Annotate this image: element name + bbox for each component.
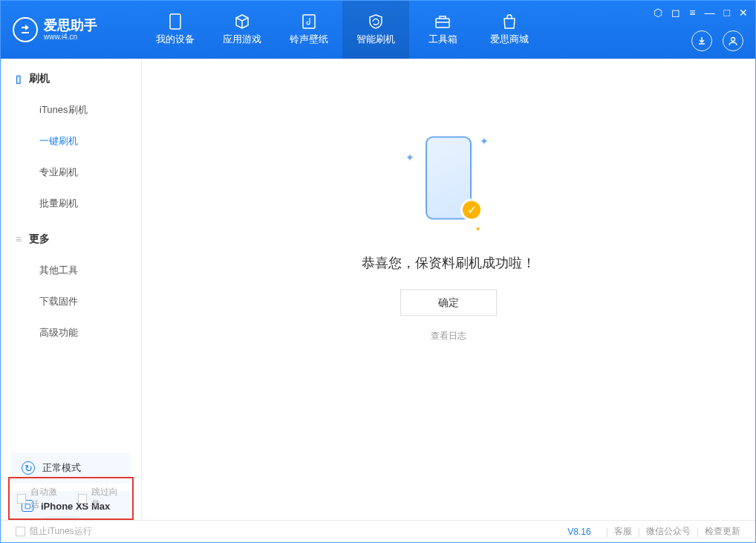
nav-store[interactable]: 爱思商城 — [476, 1, 543, 59]
header-right-actions — [691, 30, 743, 51]
check-update-link[interactable]: 检查更新 — [705, 525, 740, 538]
svg-rect-1 — [303, 15, 315, 28]
sidebar: ▯ 刷机 iTunes刷机 一键刷机 专业刷机 批量刷机 ≡ 更多 其他工具 下… — [1, 59, 142, 520]
nav-smart-flash[interactable]: 智能刷机 — [342, 1, 409, 59]
content-area: ▯ 刷机 iTunes刷机 一键刷机 专业刷机 批量刷机 ≡ 更多 其他工具 下… — [1, 59, 755, 520]
section-title: 更多 — [29, 233, 50, 246]
toolbox-icon — [434, 13, 452, 30]
checkmark-icon: ✓ — [460, 198, 483, 221]
view-log-link[interactable]: 查看日志 — [362, 329, 535, 342]
app-subtitle: www.i4.cn — [44, 33, 97, 41]
titlebar-controls: ⬡ ◻ ≡ — □ ✕ — [654, 7, 748, 19]
main-panel: ✦ ✦ • ✓ 恭喜您，保资料刷机成功啦！ 确定 查看日志 — [142, 59, 755, 520]
main-nav: 我的设备 应用游戏 铃声壁纸 智能刷机 工具箱 爱思商城 — [142, 1, 543, 59]
sidebar-section-flash: ▯ 刷机 — [1, 59, 141, 94]
phone-icon: ▯ — [16, 73, 22, 85]
sparkle-icon: ✦ — [480, 134, 489, 146]
version-label: V8.16 — [567, 527, 590, 537]
mode-label: 正常模式 — [42, 461, 81, 475]
highlighted-options: 自动激活 跳过向导 — [8, 477, 134, 520]
checkbox-auto-activate[interactable]: 自动激活 — [17, 486, 65, 511]
checkbox-skip-guide[interactable]: 跳过向导 — [78, 486, 126, 511]
svg-rect-2 — [436, 19, 449, 27]
maximize-icon[interactable]: □ — [724, 7, 730, 19]
nav-toolbox[interactable]: 工具箱 — [409, 1, 476, 59]
checkbox-icon — [16, 527, 25, 536]
nav-label: 爱思商城 — [490, 33, 529, 46]
svg-rect-0 — [170, 14, 180, 29]
close-icon[interactable]: ✕ — [739, 7, 748, 19]
ok-button[interactable]: 确定 — [400, 289, 497, 316]
sidebar-item-itunes-flash[interactable]: iTunes刷机 — [1, 94, 141, 126]
sidebar-item-other-tools[interactable]: 其他工具 — [1, 255, 141, 286]
nav-apps-games[interactable]: 应用游戏 — [209, 1, 276, 59]
checkbox-label: 跳过向导 — [91, 486, 125, 511]
app-header: 爱思助手 www.i4.cn 我的设备 应用游戏 铃声壁纸 智能刷机 工具箱 爱… — [1, 1, 755, 59]
shopping-bag-icon — [501, 13, 518, 30]
sidebar-item-advanced[interactable]: 高级功能 — [1, 317, 141, 348]
checkbox-icon — [78, 494, 87, 504]
app-title: 爱思助手 — [44, 19, 97, 33]
success-message: 恭喜您，保资料刷机成功啦！ — [362, 253, 535, 271]
customer-service-link[interactable]: 客服 — [614, 525, 632, 538]
success-panel: ✦ ✦ • ✓ 恭喜您，保资料刷机成功啦！ 确定 查看日志 — [362, 126, 535, 342]
logo-area: 爱思助手 www.i4.cn — [1, 17, 142, 42]
checkbox-label: 自动激活 — [30, 486, 64, 511]
sparkle-icon: ✦ — [405, 151, 414, 163]
sidebar-section-more: ≡ 更多 — [1, 219, 141, 255]
user-button[interactable] — [723, 30, 743, 51]
menu-icon[interactable]: ≡ — [689, 7, 695, 19]
section-title: 刷机 — [29, 72, 50, 85]
cube-icon — [233, 13, 251, 30]
nav-label: 应用游戏 — [223, 33, 261, 46]
sidebar-item-batch-flash[interactable]: 批量刷机 — [1, 188, 141, 219]
svg-point-4 — [731, 38, 735, 42]
sidebar-item-pro-flash[interactable]: 专业刷机 — [1, 157, 141, 188]
checkbox-label: 阻止iTunes运行 — [30, 525, 92, 538]
download-button[interactable] — [691, 30, 712, 51]
device-icon — [166, 13, 184, 30]
sidebar-item-onekey-flash[interactable]: 一键刷机 — [1, 126, 141, 157]
music-note-icon — [300, 13, 318, 30]
sync-icon: ↻ — [22, 461, 35, 475]
nav-label: 工具箱 — [428, 33, 457, 46]
nav-my-device[interactable]: 我的设备 — [142, 1, 209, 59]
feedback-icon[interactable]: ◻ — [671, 7, 680, 19]
nav-label: 智能刷机 — [356, 33, 395, 46]
nav-label: 铃声壁纸 — [290, 33, 328, 46]
minimize-icon[interactable]: — — [705, 7, 715, 19]
sparkle-icon: • — [476, 222, 480, 234]
success-illustration: ✦ ✦ • ✓ — [404, 126, 493, 237]
nav-ringtones-wallpapers[interactable]: 铃声壁纸 — [276, 1, 342, 59]
wechat-link[interactable]: 微信公众号 — [646, 525, 691, 538]
tshirt-icon[interactable]: ⬡ — [654, 7, 662, 19]
checkbox-icon — [17, 494, 26, 504]
nav-label: 我的设备 — [156, 33, 195, 46]
checkbox-block-itunes[interactable]: 阻止iTunes运行 — [16, 525, 92, 538]
list-icon: ≡ — [16, 233, 22, 245]
app-logo-icon — [13, 17, 38, 42]
refresh-shield-icon — [367, 13, 385, 30]
sidebar-item-download-firmware[interactable]: 下载固件 — [1, 286, 141, 317]
status-bar: 阻止iTunes运行 V8.16 | 客服 | 微信公众号 | 检查更新 — [1, 520, 755, 542]
